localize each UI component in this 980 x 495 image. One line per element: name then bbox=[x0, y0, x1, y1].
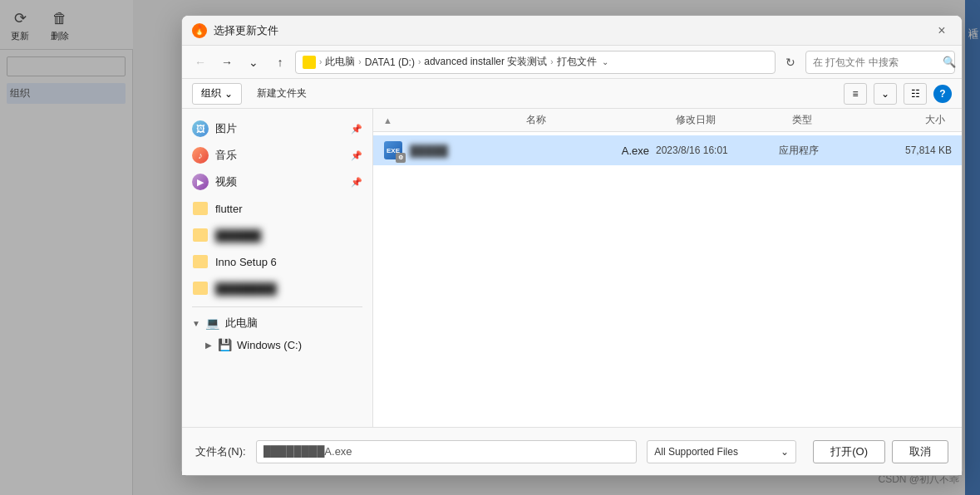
organize-button[interactable]: 组织 ⌄ bbox=[192, 83, 242, 105]
computer-icon: 💻 bbox=[205, 316, 220, 331]
col-header-name[interactable]: 名称 bbox=[520, 113, 669, 127]
nav-item-inno-label: Inno Setup 6 bbox=[215, 256, 277, 268]
filetype-label: All Supported Files bbox=[654, 446, 738, 458]
search-icon: 🔍 bbox=[943, 56, 956, 68]
refresh-button[interactable]: ↻ bbox=[779, 51, 802, 74]
nav-up-button[interactable]: ↑ bbox=[268, 51, 292, 74]
blurred1-folder-icon bbox=[192, 227, 209, 243]
inno-folder-icon bbox=[192, 253, 209, 270]
breadcrumb-sep-1: › bbox=[319, 57, 322, 66]
dialog-title-icon: 🔥 bbox=[192, 23, 207, 38]
nav-divider bbox=[192, 306, 362, 307]
nav-item-video-label: 视频 bbox=[215, 174, 237, 189]
col-header-date[interactable]: 修改日期 bbox=[669, 113, 785, 127]
dialog-subtoolbar: 组织 ⌄ 新建文件夹 ≡ ⌄ ☷ ? bbox=[182, 79, 962, 109]
nav-section-windows[interactable]: ▶ 💾 Windows (C:) bbox=[182, 334, 372, 355]
dialog-nav-pane: 🖼 图片 📌 ♪ 音乐 📌 ▶ 视频 📌 bbox=[182, 109, 373, 427]
blurred2-folder-icon bbox=[192, 280, 209, 297]
search-box[interactable]: 🔍 bbox=[805, 51, 955, 74]
dialog-nav-toolbar: ← → ⌄ ↑ › 此电脑 › DATA1 (D:) › advanced in… bbox=[182, 46, 962, 79]
filetype-dropdown-icon: ⌄ bbox=[781, 446, 789, 458]
file-size: 57,814 KB bbox=[869, 145, 952, 156]
nav-item-blurred-2[interactable]: ████████ bbox=[182, 275, 372, 301]
nav-item-video-pin: 📌 bbox=[351, 177, 362, 188]
nav-back-button[interactable]: ← bbox=[189, 51, 212, 74]
nav-item-music[interactable]: ♪ 音乐 📌 bbox=[182, 142, 372, 169]
dialog-close-button[interactable]: × bbox=[932, 21, 952, 41]
nav-item-music-pin: 📌 bbox=[351, 150, 362, 161]
sort-icon: ▲ bbox=[383, 115, 520, 125]
nav-item-video[interactable]: ▶ 视频 📌 bbox=[182, 169, 372, 195]
footer-actions: 打开(O) 取消 bbox=[813, 440, 948, 463]
col-header-type[interactable]: 类型 bbox=[785, 113, 869, 127]
files-list: EXE ⚙ █████ A.exe 2023/8/16 16:01 应用程序 5… bbox=[373, 132, 962, 427]
exe-overlay-icon: ⚙ bbox=[396, 153, 406, 163]
breadcrumb-bar[interactable]: › 此电脑 › DATA1 (D:) › advanced installer … bbox=[295, 51, 776, 74]
breadcrumb-part-3: advanced installer 安装测试 bbox=[424, 55, 547, 69]
nav-item-blurred-2-label: ████████ bbox=[215, 282, 277, 295]
file-exe-icon: EXE ⚙ bbox=[383, 140, 403, 160]
breadcrumb-folder-icon bbox=[303, 56, 316, 69]
filename-label: 文件名(N): bbox=[195, 444, 246, 459]
nav-section-windows-label: Windows (C:) bbox=[237, 339, 302, 351]
file-dialog: 🔥 选择更新文件 × ← → ⌄ ↑ › 此电脑 › DATA1 (D:) › … bbox=[181, 15, 963, 476]
windows-drive-icon: 💾 bbox=[217, 337, 232, 352]
open-button[interactable]: 打开(O) bbox=[813, 440, 885, 463]
dialog-body: 🖼 图片 📌 ♪ 音乐 📌 ▶ 视频 📌 bbox=[182, 109, 962, 427]
nav-item-flutter-label: flutter bbox=[215, 203, 243, 215]
music-icon: ♪ bbox=[192, 147, 209, 164]
filename-input[interactable] bbox=[256, 440, 638, 463]
video-icon: ▶ bbox=[192, 174, 209, 190]
breadcrumb-part-1: 此电脑 bbox=[325, 55, 355, 69]
file-type: 应用程序 bbox=[779, 144, 862, 158]
dialog-files-pane: ▲ 名称 修改日期 类型 大小 EXE ⚙ bbox=[373, 109, 962, 427]
filetype-select[interactable]: All Supported Files ⌄ bbox=[647, 440, 796, 463]
view-icon-button[interactable]: ☷ bbox=[904, 83, 927, 105]
files-header: ▲ 名称 修改日期 类型 大小 bbox=[373, 109, 962, 132]
col-header-size[interactable]: 大小 bbox=[869, 113, 952, 127]
flutter-folder-icon bbox=[192, 200, 209, 217]
dialog-title-text: 选择更新文件 bbox=[214, 23, 925, 38]
nav-item-pictures-pin: 📌 bbox=[351, 124, 362, 135]
organize-label: 组织 bbox=[201, 86, 221, 100]
nav-item-inno[interactable]: Inno Setup 6 bbox=[182, 248, 372, 275]
nav-section-computer-label: 此电脑 bbox=[225, 316, 258, 331]
nav-item-blurred-1-label: ██████ bbox=[215, 229, 261, 242]
pictures-icon: 🖼 bbox=[192, 120, 209, 137]
dialog-footer: 文件名(N): All Supported Files ⌄ 打开(O) 取消 bbox=[182, 427, 962, 475]
dialog-titlebar: 🔥 选择更新文件 × bbox=[182, 16, 962, 46]
organize-dropdown-icon: ⌄ bbox=[224, 88, 233, 100]
cancel-button[interactable]: 取消 bbox=[892, 440, 948, 463]
nav-item-flutter[interactable]: flutter bbox=[182, 195, 372, 222]
nav-section-computer[interactable]: ▼ 💻 此电脑 bbox=[182, 312, 372, 334]
view-dropdown-button[interactable]: ⌄ bbox=[874, 83, 897, 105]
view-list-button[interactable]: ≡ bbox=[844, 83, 867, 105]
nav-item-music-label: 音乐 bbox=[215, 148, 237, 163]
nav-dropdown-button[interactable]: ⌄ bbox=[242, 51, 265, 74]
breadcrumb-sep-3: › bbox=[418, 57, 421, 66]
breadcrumb-expand-button[interactable]: ⌄ bbox=[600, 57, 610, 66]
breadcrumb-part-2: DATA1 (D:) bbox=[365, 56, 415, 68]
search-input[interactable] bbox=[813, 56, 938, 68]
nav-item-pictures-label: 图片 bbox=[215, 121, 237, 136]
breadcrumb-sep-4: › bbox=[550, 57, 553, 66]
file-name: █████ bbox=[410, 145, 682, 157]
breadcrumb-sep-2: › bbox=[358, 57, 361, 66]
new-folder-button[interactable]: 新建文件夹 bbox=[249, 83, 315, 105]
nav-item-blurred-1[interactable]: ██████ bbox=[182, 222, 372, 248]
breadcrumb-part-4: 打包文件 bbox=[557, 55, 597, 69]
nav-item-pictures[interactable]: 🖼 图片 📌 bbox=[182, 115, 372, 142]
computer-expand-icon: ▼ bbox=[192, 319, 200, 328]
file-row[interactable]: EXE ⚙ █████ A.exe 2023/8/16 16:01 应用程序 5… bbox=[373, 135, 962, 165]
windows-expand-icon: ▶ bbox=[205, 341, 212, 350]
nav-forward-button[interactable]: → bbox=[215, 51, 239, 74]
help-button[interactable]: ? bbox=[933, 85, 952, 103]
